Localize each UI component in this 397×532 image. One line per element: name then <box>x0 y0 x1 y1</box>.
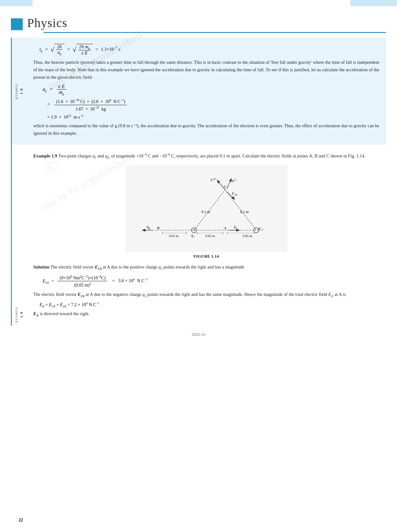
example-19-sidebar: EXAMPLE 1.9 <box>11 145 26 326</box>
example-19-intro: Example 1.9 Two point charges q1 and q2,… <box>33 152 379 160</box>
svg-text:1: 1 <box>193 235 195 238</box>
svg-text:0.05 m: 0.05 m <box>169 234 178 238</box>
solution-text: Solution The electric field vector E1A a… <box>33 264 379 271</box>
page-title: Physics <box>27 16 67 30</box>
formula-ea: EA = E1A + E2A = 7.2 × 104 N C−1 <box>40 301 379 308</box>
svg-rect-0 <box>125 165 287 252</box>
formula-e1a: E1A = (9×109 Nm2C−2)×(10−8C) (0.05 m)2 =… <box>43 274 379 289</box>
svg-text:2: 2 <box>262 228 263 231</box>
svg-text:C: C <box>224 184 226 189</box>
svg-text:2C: 2C <box>234 193 238 196</box>
svg-text:1C: 1C <box>213 177 217 180</box>
e2a-text: The electric field vector E2A at A due t… <box>33 291 379 299</box>
svg-text:A: A <box>235 227 237 230</box>
svg-text:E: E <box>210 178 213 182</box>
formula-result: = 1.9 × 1012 m s−2 <box>47 114 379 120</box>
svg-text:q: q <box>258 226 260 230</box>
year-footer: 2022-23 <box>0 332 397 337</box>
example-18-content: © not to be republished tp = √ 2h ap = √ <box>26 38 386 145</box>
svg-text:C: C <box>234 179 237 182</box>
physics-icon <box>11 18 23 30</box>
example-18-text2: which is enormous compared to the value … <box>33 122 379 137</box>
svg-text:0.05 m: 0.05 m <box>243 234 252 238</box>
page-number: 22 <box>19 518 23 523</box>
formula-calc: = (1.6 × 10−19 C) × (2.0 × 104 N C−1) 1.… <box>47 98 379 112</box>
example-18-sidebar: EXAMPLE 1.8 <box>11 38 26 145</box>
formula-tp: tp = √ 2h ap = √ 2h mp e E <box>40 44 379 56</box>
svg-text:0.1 m: 0.1 m <box>201 210 210 214</box>
svg-text:B: B <box>148 227 150 230</box>
figure-1-14: + B E B A E A q 2 q 1 <box>33 165 379 259</box>
example-19-block: EXAMPLE 1.9 © not to be republished Exam… <box>11 145 386 326</box>
figure-caption: FIGURE 1.14 <box>33 254 379 259</box>
example-19-bold-title: Example 1.9 <box>33 153 57 158</box>
title-underline <box>44 32 386 33</box>
svg-text:0.05 m: 0.05 m <box>205 234 215 238</box>
svg-text:0.1 m: 0.1 m <box>240 210 249 214</box>
directed-text: EA is directed toward the right. <box>33 310 379 318</box>
svg-text:B: B <box>157 226 159 230</box>
example-18-label: EXAMPLE 1.8 <box>14 83 24 99</box>
svg-text:q: q <box>191 233 193 237</box>
solution-label: Solution <box>33 264 50 269</box>
example-18-text1: Thus, the heavier particle (proton) take… <box>33 59 379 81</box>
example-19-content: © not to be republished Example 1.9 Two … <box>26 145 386 326</box>
svg-text:E: E <box>232 179 234 183</box>
svg-text:E: E <box>232 191 234 195</box>
svg-text:A: A <box>224 226 226 230</box>
formula-ap: ap = e E mp <box>43 84 379 96</box>
figure-svg: + B E B A E A q 2 q 1 <box>125 165 287 252</box>
example-18-block: EXAMPLE 1.8 © not to be republished tp =… <box>11 38 386 145</box>
example-19-label: EXAMPLE 1.9 <box>14 307 24 323</box>
